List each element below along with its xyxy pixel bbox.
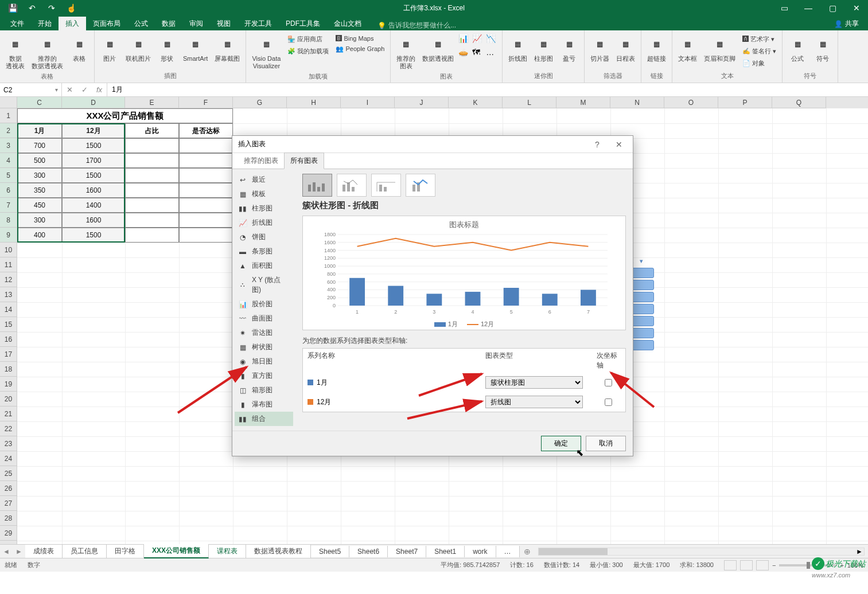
ribbon-btn[interactable]: ▦表格: [68, 34, 91, 64]
row-header[interactable]: 11: [0, 257, 17, 272]
table-cell[interactable]: 350: [17, 183, 62, 198]
chart-category-item[interactable]: 📊股价图: [235, 297, 293, 311]
col-header[interactable]: Q: [772, 97, 826, 108]
table-cell[interactable]: 1500: [62, 228, 125, 243]
ribbon-tab-6[interactable]: 审阅: [182, 17, 210, 30]
row-headers[interactable]: 1234567891011121314151617181920212223242…: [0, 108, 17, 544]
sheet-tab[interactable]: 员工信息: [63, 545, 107, 558]
tab-nav-next[interactable]: ►: [13, 548, 25, 556]
row-header[interactable]: 10: [0, 243, 17, 257]
table-cell[interactable]: 400: [17, 228, 62, 243]
subtype-combo-1[interactable]: [302, 174, 332, 197]
row-header[interactable]: 12: [0, 272, 17, 287]
row-header[interactable]: 29: [0, 526, 17, 541]
ribbon-btn-sm[interactable]: 🅱 Bing Maps: [333, 34, 387, 43]
ribbon-btn[interactable]: ▦形状: [155, 34, 178, 64]
row-header[interactable]: 22: [0, 421, 17, 436]
table-cell[interactable]: 1500: [62, 138, 125, 153]
ribbon-mini[interactable]: 🥧: [458, 48, 471, 60]
chart-category-item[interactable]: ▦模板: [235, 187, 293, 201]
ribbon-btn[interactable]: ▦数据透视表: [3, 34, 27, 71]
tab-nav-prev[interactable]: ◄: [0, 548, 13, 556]
secondary-axis-checkbox[interactable]: [605, 398, 612, 406]
table-cell[interactable]: [179, 198, 233, 213]
chart-category-item[interactable]: ▲面积图: [235, 259, 293, 273]
table-cell[interactable]: [179, 138, 233, 153]
table-cell[interactable]: [179, 228, 233, 243]
chart-category-item[interactable]: ▦树状图: [235, 340, 293, 354]
chart-category-item[interactable]: ◫箱形图: [235, 383, 293, 397]
secondary-axis-checkbox[interactable]: [605, 379, 612, 386]
save-button[interactable]: 💾: [5, 2, 21, 14]
row-header[interactable]: 3: [0, 138, 17, 153]
col-header[interactable]: L: [503, 97, 556, 108]
table-cell[interactable]: [125, 213, 179, 228]
minimize-button[interactable]: —: [797, 0, 820, 16]
row-header[interactable]: 30: [0, 541, 17, 544]
table-cell[interactable]: 700: [17, 138, 62, 153]
ribbon-btn[interactable]: ▦日程表: [614, 34, 637, 64]
ribbon-btn[interactable]: ▦柱形图: [532, 34, 555, 64]
table-cell[interactable]: 500: [17, 153, 62, 168]
chart-category-item[interactable]: ↩最近: [235, 173, 293, 187]
col-header[interactable]: F: [179, 97, 233, 108]
table-header-cell[interactable]: 是否达标: [179, 123, 233, 138]
table-cell[interactable]: [125, 228, 179, 243]
ribbon-btn[interactable]: ▦折线图: [506, 34, 530, 64]
sheet-tab[interactable]: Sheet1: [426, 546, 465, 557]
ribbon-tab-10[interactable]: 金山文档: [327, 17, 368, 30]
sheet-tab[interactable]: …: [496, 546, 520, 557]
row-header[interactable]: 20: [0, 392, 17, 407]
sheet-tab[interactable]: Sheet7: [388, 546, 426, 557]
chart-category-item[interactable]: ▮▮组合: [235, 412, 293, 426]
ribbon-btn[interactable]: ▦联机图片: [123, 34, 153, 64]
col-header[interactable]: D: [62, 97, 125, 108]
subtype-combo-3[interactable]: [371, 174, 401, 197]
ribbon-tab-1[interactable]: 开始: [31, 17, 59, 30]
ribbon-tab-7[interactable]: 视图: [210, 17, 238, 30]
zoom-out-button[interactable]: −: [772, 562, 776, 569]
ribbon-tab-2[interactable]: 插入: [59, 17, 86, 30]
ribbon-mini[interactable]: 📈: [472, 34, 485, 46]
col-header[interactable]: E: [125, 97, 179, 108]
col-header[interactable]: O: [664, 97, 718, 108]
ribbon-btn-sm[interactable]: 🏪 应用商店: [285, 34, 331, 45]
dialog-tab[interactable]: 所有图表: [284, 153, 324, 169]
row-header[interactable]: 13: [0, 287, 17, 302]
row-header[interactable]: 2: [0, 123, 17, 138]
table-cell[interactable]: 300: [17, 213, 62, 228]
formula-input[interactable]: 1月: [107, 83, 868, 96]
horizontal-scrollbar[interactable]: ◄►: [538, 548, 865, 556]
row-header[interactable]: 28: [0, 511, 17, 526]
dialog-close-button[interactable]: ✕: [611, 140, 627, 149]
view-normal-button[interactable]: [724, 560, 737, 570]
row-header[interactable]: 8: [0, 213, 17, 228]
ribbon-mini[interactable]: 📊: [458, 34, 471, 46]
row-header[interactable]: 23: [0, 436, 17, 451]
chart-category-item[interactable]: 📈折线图: [235, 216, 293, 230]
ribbon-btn[interactable]: ▦文本框: [676, 34, 699, 64]
view-layout-button[interactable]: [740, 560, 753, 570]
table-cell[interactable]: 1600: [62, 183, 125, 198]
sheet-tab[interactable]: 课程表: [209, 545, 246, 558]
table-cell[interactable]: 450: [17, 198, 62, 213]
table-cell[interactable]: 1500: [62, 168, 125, 183]
col-header[interactable]: K: [449, 97, 503, 108]
ribbon-tab-5[interactable]: 数据: [155, 17, 182, 30]
help-button[interactable]: ?: [589, 140, 605, 149]
chart-category-item[interactable]: 〰曲面图: [235, 311, 293, 326]
table-header-cell[interactable]: 1月: [17, 123, 62, 138]
table-cell[interactable]: 1700: [62, 153, 125, 168]
row-header[interactable]: 18: [0, 362, 17, 377]
row-header[interactable]: 21: [0, 407, 17, 421]
chart-category-item[interactable]: ▮瀑布图: [235, 397, 293, 412]
chart-category-item[interactable]: ▮▮柱形图: [235, 201, 293, 216]
touch-mode-button[interactable]: ☝: [63, 2, 79, 14]
ribbon-mini[interactable]: 🗺: [472, 48, 485, 60]
enter-icon[interactable]: ✓: [77, 85, 92, 94]
col-header[interactable]: M: [556, 97, 610, 108]
ribbon-btn-sm[interactable]: 📄 对象: [740, 58, 779, 69]
ribbon-btn[interactable]: ▦图片: [98, 34, 121, 64]
table-header-cell[interactable]: 12月: [62, 123, 125, 138]
chart-category-item[interactable]: ▬条形图: [235, 244, 293, 259]
